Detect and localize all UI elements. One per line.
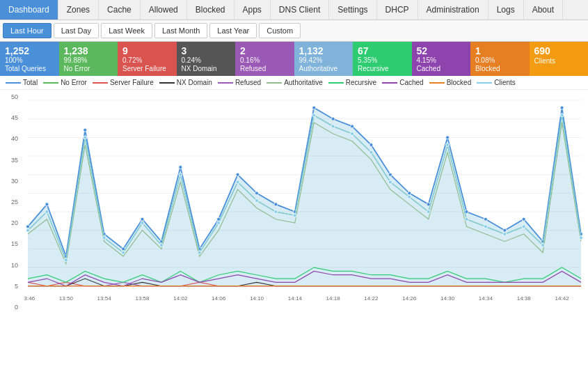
y-label: 0: [0, 304, 21, 311]
svg-text:13:50: 13:50: [59, 295, 74, 302]
svg-point-14: [84, 128, 87, 132]
svg-point-26: [312, 106, 316, 109]
nav-item-dhcp[interactable]: DHCP: [377, 0, 418, 20]
stat-server-failure: 90.72%Server Failure: [118, 42, 177, 76]
nav-item-apps[interactable]: Apps: [235, 0, 271, 20]
stat-blocked: 10.08%Blocked: [470, 42, 530, 76]
svg-text:14:26: 14:26: [402, 295, 417, 302]
svg-point-67: [522, 225, 525, 228]
time-range-tabs: Last HourLast DayLast WeekLast MonthLast…: [0, 20, 588, 42]
y-label: 35: [0, 157, 21, 164]
svg-point-23: [255, 192, 258, 195]
svg-point-22: [236, 173, 239, 176]
svg-point-35: [484, 217, 487, 221]
legend-item-authoritative: Authoritative: [267, 79, 323, 86]
svg-point-28: [351, 125, 354, 128]
svg-point-69: [560, 114, 564, 117]
nav-item-administration[interactable]: Administration: [418, 0, 488, 20]
svg-point-37: [522, 217, 525, 221]
svg-point-63: [446, 143, 450, 147]
svg-point-59: [370, 150, 373, 154]
stats-row: 1,252100%Total Queries1,23899.88%No Erro…: [0, 42, 588, 76]
svg-text:14:02: 14:02: [173, 295, 188, 302]
svg-point-60: [388, 180, 392, 184]
svg-point-48: [159, 244, 163, 247]
y-label: 20: [0, 219, 21, 226]
chart-legend: TotalNo ErrorServer FailureNX DomainRefu…: [0, 76, 588, 90]
y-label: 5: [0, 283, 21, 290]
time-tab-last-hour[interactable]: Last Hour: [3, 23, 51, 38]
svg-text:14:18: 14:18: [326, 295, 341, 302]
svg-text:14:38: 14:38: [517, 295, 532, 302]
stat-total-queries: 1,252100%Total Queries: [0, 42, 59, 76]
svg-text:14:34: 14:34: [479, 295, 493, 302]
y-label: 40: [0, 135, 21, 142]
line-chart: 13:4613:5013:5413:5814:0214:0614:1014:14…: [24, 93, 585, 325]
svg-point-50: [198, 251, 201, 254]
svg-point-55: [293, 214, 296, 217]
svg-point-43: [64, 258, 67, 262]
nav-item-about[interactable]: About: [524, 0, 563, 20]
y-label: 45: [0, 114, 21, 121]
svg-point-70: [579, 236, 582, 240]
svg-point-11: [26, 225, 30, 228]
svg-point-39: [560, 106, 564, 109]
legend-item-nx-domain: NX Domain: [159, 79, 212, 86]
y-label: 30: [0, 178, 21, 185]
svg-point-12: [45, 203, 49, 206]
nav-item-cache[interactable]: Cache: [99, 0, 141, 20]
svg-point-30: [388, 173, 392, 176]
stat-refused: 20.16%Refused: [235, 42, 294, 76]
svg-text:14:06: 14:06: [212, 295, 226, 302]
svg-point-33: [446, 136, 450, 139]
svg-point-32: [427, 203, 430, 206]
legend-item-recursive: Recursive: [328, 79, 376, 86]
legend-item-blocked: Blocked: [429, 79, 472, 86]
time-tab-last-year[interactable]: Last Year: [209, 23, 257, 38]
svg-point-27: [331, 117, 335, 120]
nav-item-settings[interactable]: Settings: [329, 0, 376, 20]
time-tab-last-day[interactable]: Last Day: [54, 23, 99, 38]
y-label: 25: [0, 198, 21, 205]
svg-point-41: [26, 228, 30, 232]
svg-point-58: [351, 132, 354, 136]
top-navigation: DashboardZonesCacheAllowedBlockedAppsDNS…: [0, 0, 588, 20]
svg-point-64: [465, 217, 468, 221]
svg-point-51: [217, 221, 221, 225]
legend-item-clients: Clients: [477, 79, 516, 86]
nav-item-dns-client[interactable]: DNS Client: [271, 0, 329, 20]
svg-point-66: [503, 233, 507, 236]
y-label: 10: [0, 262, 21, 269]
time-tab-last-month[interactable]: Last Month: [154, 23, 207, 38]
time-tab-last-week[interactable]: Last Week: [101, 23, 152, 38]
nav-item-blocked[interactable]: Blocked: [187, 0, 235, 20]
stat-recursive: 675.35%Recursive: [353, 42, 412, 76]
svg-point-45: [102, 236, 106, 240]
legend-item-cached: Cached: [382, 79, 423, 86]
svg-point-17: [141, 217, 144, 221]
nav-item-logs[interactable]: Logs: [488, 0, 524, 20]
y-axis-labels: 50454035302520151050: [0, 93, 21, 311]
stat-authoritative: 1,13299.42%Authoritative: [294, 42, 353, 76]
svg-text:13:46: 13:46: [24, 295, 35, 302]
stat-no-error: 1,23899.88%No Error: [59, 42, 118, 76]
legend-item-refused: Refused: [218, 79, 261, 86]
stat-cached: 524.15%Cached: [412, 42, 471, 76]
nav-item-dashboard[interactable]: Dashboard: [0, 0, 58, 20]
y-label: 50: [0, 93, 21, 100]
legend-item-total: Total: [6, 79, 38, 86]
svg-point-52: [236, 180, 239, 184]
chart-container: 50454035302520151050 13:4613:5013:5413:5…: [0, 90, 588, 328]
svg-point-31: [408, 192, 411, 195]
svg-point-53: [255, 199, 258, 203]
svg-text:14:42: 14:42: [555, 295, 569, 302]
svg-point-57: [331, 125, 335, 128]
svg-point-46: [122, 251, 125, 254]
svg-point-19: [179, 166, 182, 169]
nav-item-zones[interactable]: Zones: [58, 0, 99, 20]
time-tab-custom[interactable]: Custom: [259, 23, 301, 38]
stat-clients: 690Clients: [530, 42, 589, 76]
nav-item-allowed[interactable]: Allowed: [141, 0, 187, 20]
svg-text:13:54: 13:54: [97, 295, 112, 302]
svg-point-61: [408, 195, 411, 198]
